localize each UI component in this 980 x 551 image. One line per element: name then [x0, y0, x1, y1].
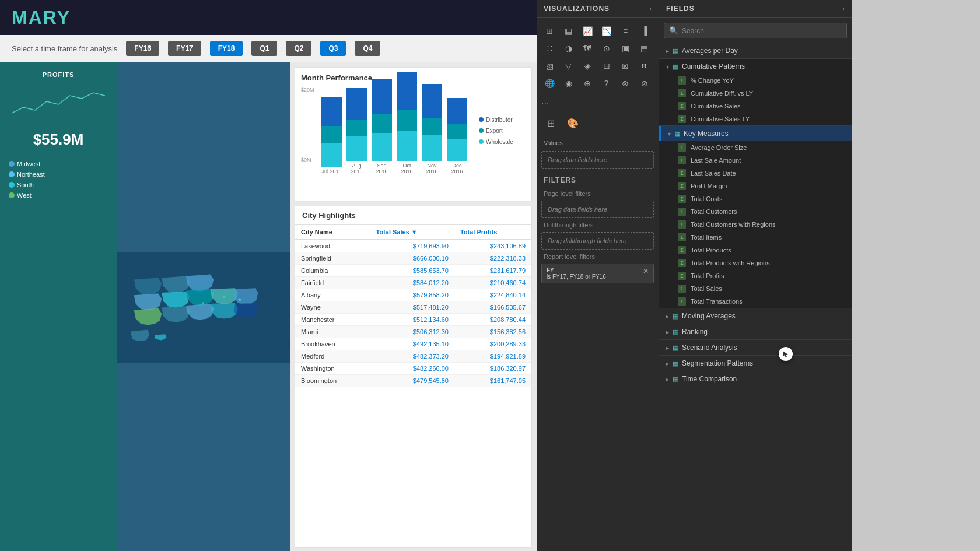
drillthrough-drag[interactable]: Drag drillthrough fields here: [541, 232, 654, 250]
field-item-2-12[interactable]: Σ Total Transactions: [659, 295, 852, 308]
fy-filter-tag[interactable]: FY is FY17, FY18 or FY16 ✕: [541, 264, 654, 283]
group-name-1: Cumulative Patterns: [682, 62, 745, 71]
group-expand-icon-0: ▸: [666, 48, 669, 54]
viz-header: VISUALIZATIONS ›: [537, 0, 659, 18]
fy18-button[interactable]: FY18: [210, 41, 243, 56]
field-item-2-11[interactable]: Σ Total Sales: [659, 282, 852, 295]
field-item-2-5[interactable]: Σ Total Customers: [659, 205, 852, 218]
viz-fields-icon[interactable]: ⊞: [541, 114, 560, 132]
col-city-name[interactable]: City Name: [295, 225, 370, 240]
table-row: Bloomington $479,545.80 $161,747.05: [295, 375, 531, 387]
map-legend: Midwest Northeast South West: [9, 160, 108, 199]
q2-button[interactable]: Q2: [286, 41, 312, 56]
main-content: MARY Select a time frame for analysis FY…: [0, 0, 537, 551]
table-scroll[interactable]: City Name Total Sales ▼ Total Profits La…: [295, 225, 531, 388]
viz-icon-q[interactable]: ?: [598, 75, 615, 92]
col-total-sales[interactable]: Total Sales ▼: [370, 225, 454, 240]
cell-city: Medford: [295, 350, 370, 363]
viz-icon-combo[interactable]: ⊕: [579, 75, 596, 92]
viz-icon-custom[interactable]: ◉: [561, 75, 577, 92]
cell-sales: $479,545.80: [370, 375, 454, 387]
viz-icon-gauge[interactable]: ⊙: [598, 40, 615, 57]
fy16-button[interactable]: FY16: [126, 41, 159, 56]
west-label: West: [17, 192, 32, 199]
field-item-2-9[interactable]: Σ Total Products with Regions: [659, 257, 852, 269]
field-item-2-1[interactable]: Σ Last Sale Amount: [659, 154, 852, 167]
field-item-2-2[interactable]: Σ Last Sales Date: [659, 167, 852, 180]
legend-south: South: [9, 181, 108, 188]
field-item-2-6[interactable]: Σ Total Customers with Regions: [659, 218, 852, 231]
viz-format-icon[interactable]: 🎨: [564, 114, 582, 132]
field-item-2-10[interactable]: Σ Total Profits: [659, 269, 852, 282]
viz-collapse-icon[interactable]: ›: [649, 5, 652, 13]
viz-icon-pie[interactable]: ◑: [561, 40, 577, 57]
viz-icon-r[interactable]: R: [636, 58, 653, 74]
field-group-header-3[interactable]: ▸ ▦ Moving Averages: [659, 308, 852, 324]
legend-export: Export: [479, 128, 526, 134]
viz-icons-grid: ⊞ ▦ 📈 📉 ≡ ▐ ∷ ◑ 🗺 ⊙ ▣ ▤ ▧ ▽ ◈ ⊟ ⊠ R 🌐 ◉ …: [537, 18, 659, 96]
viz-icon-card[interactable]: ▤: [636, 40, 653, 57]
viz-icon-bar[interactable]: ▦: [561, 23, 577, 39]
viz-icon-line[interactable]: 📈: [579, 23, 596, 39]
cell-city: Bloomington: [295, 375, 370, 387]
cell-profits: $194,921.89: [454, 350, 531, 363]
viz-icon-extra2[interactable]: ⊘: [636, 75, 653, 92]
field-group-header-4[interactable]: ▸ ▦ Ranking: [659, 324, 852, 339]
field-icon-2-9: Σ: [678, 259, 686, 267]
viz-icon-funnel[interactable]: ▽: [561, 58, 577, 74]
filter-name: FY: [547, 267, 606, 273]
field-item-2-0[interactable]: Σ Average Order Size: [659, 141, 852, 154]
field-group-header-7[interactable]: ▸ ▦ Time Comparison: [659, 371, 852, 387]
cell-sales: $719,693.90: [370, 240, 454, 252]
field-name-2-8: Total Products: [691, 247, 732, 254]
viz-icon-column[interactable]: ▐: [636, 23, 653, 39]
page-filters-drag[interactable]: Drag data fields here: [541, 201, 654, 218]
viz-icon-ribbon[interactable]: ◈: [579, 58, 596, 74]
bar-nov: Nov 2016: [422, 84, 442, 174]
fields-collapse-icon[interactable]: ›: [842, 5, 845, 13]
fy17-button[interactable]: FY17: [168, 41, 201, 56]
bar-whole-dec: [447, 139, 467, 161]
viz-icon-globe[interactable]: 🌐: [541, 75, 558, 92]
filter-close-icon[interactable]: ✕: [643, 267, 649, 275]
col-total-profits[interactable]: Total Profits: [454, 225, 531, 240]
field-item-1-3[interactable]: Σ Cumulative Sales LY: [659, 113, 852, 125]
viz-more[interactable]: ···: [537, 96, 659, 111]
field-item-2-7[interactable]: Σ Total Items: [659, 231, 852, 244]
field-item-2-4[interactable]: Σ Total Costs: [659, 192, 852, 205]
bar-dist-jul: [321, 97, 342, 126]
field-item-2-8[interactable]: Σ Total Products: [659, 244, 852, 257]
viz-icon-stacked[interactable]: ≡: [617, 23, 634, 39]
viz-icon-scatter[interactable]: ∷: [541, 40, 558, 57]
viz-icon-area[interactable]: 📉: [598, 23, 615, 39]
field-item-1-2[interactable]: Σ Cumulative Sales: [659, 100, 852, 113]
field-icon-2-12: Σ: [678, 297, 686, 306]
viz-icon-extra1[interactable]: ⊗: [617, 75, 634, 92]
field-item-1-0[interactable]: Σ % Change YoY: [659, 74, 852, 87]
field-group-header-1[interactable]: ▾ ▦ Cumulative Patterns: [659, 59, 852, 74]
field-name-2-5: Total Customers: [691, 208, 737, 215]
field-group-header-6[interactable]: ▸ ▦ Segmentation Patterns: [659, 356, 852, 371]
viz-icon-kpi[interactable]: ▣: [617, 40, 634, 57]
values-drag-zone[interactable]: Drag data fields here: [541, 151, 654, 169]
field-item-2-3[interactable]: Σ Profit Margin: [659, 180, 852, 192]
viz-icon-waterfall[interactable]: ⊟: [598, 58, 615, 74]
field-icon-2-10: Σ: [678, 272, 686, 280]
viz-icon-slicer[interactable]: ▧: [541, 58, 558, 74]
q3-button[interactable]: Q3: [320, 41, 346, 56]
field-item-1-1[interactable]: Σ Cumulative Diff. vs LY: [659, 87, 852, 100]
cell-sales: $579,858.20: [370, 289, 454, 301]
viz-icon-map[interactable]: 🗺: [579, 40, 596, 57]
field-group-header-5[interactable]: ▸ ▦ Scenario Analysis: [659, 340, 852, 355]
us-map-area: [117, 62, 290, 551]
viz-icon-table[interactable]: ⊞: [541, 23, 558, 39]
bar-dist-nov: [422, 84, 442, 118]
fields-search-input[interactable]: [682, 27, 842, 35]
viz-icon-treemap[interactable]: ⊠: [617, 58, 634, 74]
field-group-header-0[interactable]: ▸ ▦ Averages per Day: [659, 43, 852, 58]
field-group-header-2[interactable]: ▾ ▦ Key Measures: [659, 126, 852, 141]
group-table-icon-3: ▦: [673, 313, 678, 320]
q1-button[interactable]: Q1: [251, 41, 277, 56]
profit-sparkline: [12, 84, 105, 119]
q4-button[interactable]: Q4: [355, 41, 380, 56]
